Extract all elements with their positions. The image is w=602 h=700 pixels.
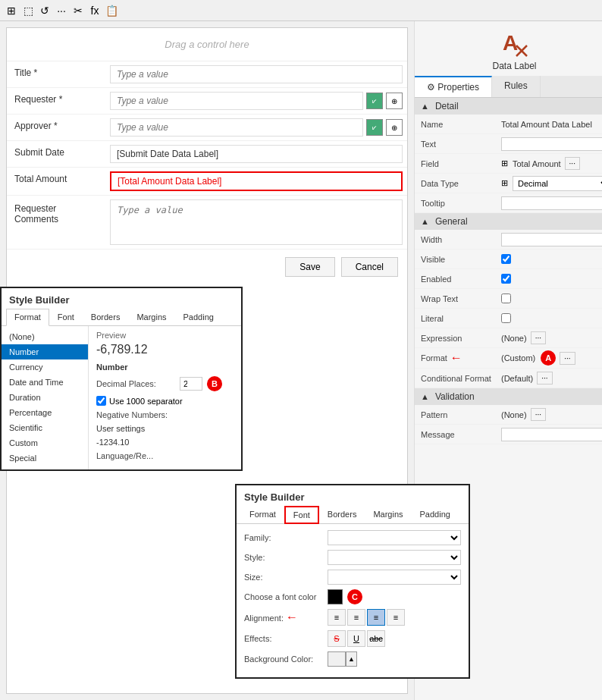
font-color-swatch[interactable] [328, 589, 343, 604]
sb1-item-duration[interactable]: Duration [2, 390, 88, 405]
prop-value-conditional-format: (Default) ··· [498, 370, 602, 386]
datatype-icon: ⊞ [501, 178, 508, 188]
prop-row-text: Text [415, 134, 602, 154]
sb2-family-select[interactable] [328, 530, 461, 545]
total-amount-label[interactable]: [Total Amount Data Label] [110, 171, 403, 191]
form-field-requester: Requester * 🗸 ⊕ [7, 88, 407, 115]
datatype-select[interactable]: Decimal [513, 176, 602, 191]
toolbar-icon-2[interactable]: ⬚ [21, 4, 35, 17]
prop-row-format: Format ← (Custom) A ··· [415, 348, 602, 369]
prop-value-visible [498, 253, 602, 265]
sb1-item-percentage[interactable]: Percentage [2, 405, 88, 420]
title-input[interactable] [110, 65, 403, 83]
form-label-submit-date: Submit Date [7, 141, 105, 164]
sb1-negative-label: Negative Numbers: [96, 410, 180, 419]
toolbar-icon-1[interactable]: ⊞ [5, 4, 18, 17]
align-right-btn[interactable]: ≡ [367, 609, 385, 626]
section-general-header[interactable]: ▲ General [415, 213, 602, 230]
sb1-section-label: Number [96, 363, 234, 372]
cancel-button[interactable]: Cancel [341, 257, 398, 277]
strikethrough2-btn[interactable]: abc [367, 630, 385, 647]
format-ellipsis[interactable]: ··· [560, 352, 575, 365]
prop-value-field: ⊞ Total Amount ··· [498, 155, 602, 171]
enabled-checkbox[interactable] [501, 274, 511, 284]
visible-checkbox[interactable] [501, 254, 511, 264]
alignment-red-arrow: ← [286, 611, 298, 623]
text-input[interactable] [501, 137, 602, 151]
sb1-item-none[interactable]: (None) [2, 329, 88, 344]
tab-properties[interactable]: ⚙ Properties [415, 76, 492, 97]
toolbar-icon-4[interactable]: ··· [55, 4, 68, 17]
sb2-tab-margins[interactable]: Margins [365, 506, 411, 523]
prop-label-field: Field [415, 156, 498, 171]
message-input[interactable] [501, 428, 602, 441]
sb1-negative-row: Negative Numbers: [96, 410, 234, 419]
align-justify-btn[interactable]: ≡ [387, 609, 405, 626]
prop-row-message: Message [415, 425, 602, 444]
sb1-tab-padding[interactable]: Padding [175, 309, 222, 325]
conditional-format-value: (Default) [501, 374, 533, 383]
format-label-text: Format [421, 353, 447, 363]
sb1-tab-margins[interactable]: Margins [128, 309, 174, 325]
prop-value-expression: (None) ··· [498, 330, 602, 346]
approver-input[interactable] [110, 118, 363, 137]
requester-btn-2[interactable]: ⊕ [386, 93, 403, 109]
pattern-ellipsis[interactable]: ··· [531, 408, 546, 421]
sb1-item-custom[interactable]: Custom [2, 435, 88, 450]
sb2-tab-borders[interactable]: Borders [319, 506, 365, 523]
sb1-item-number[interactable]: Number [2, 344, 88, 359]
sb2-alignment-buttons: ≡ ≡ ≡ ≡ [328, 609, 405, 626]
align-center-btn[interactable]: ≡ [347, 609, 365, 626]
style-builder-format: Style Builder Format Font Borders Margin… [0, 287, 243, 471]
sb1-item-currency[interactable]: Currency [2, 359, 88, 375]
literal-checkbox[interactable] [501, 313, 511, 323]
sb1-tab-borders[interactable]: Borders [83, 309, 129, 325]
sb1-item-scientific[interactable]: Scientific [2, 420, 88, 435]
save-button[interactable]: Save [285, 257, 334, 277]
requester-input[interactable] [110, 92, 363, 110]
underline-btn[interactable]: U [347, 630, 365, 647]
approver-btn-1[interactable]: 🗸 [366, 119, 383, 136]
prop-row-name: Name Total Amount Data Label [415, 115, 602, 134]
sb2-style-select[interactable] [328, 550, 461, 565]
section-detail-header[interactable]: ▲ Detail [415, 98, 602, 115]
sb1-separator-checkbox[interactable] [96, 396, 106, 406]
sb1-tab-format[interactable]: Format [6, 309, 49, 326]
approver-btn-2[interactable]: ⊕ [386, 119, 403, 136]
sb2-size-select[interactable] [328, 570, 461, 585]
requester-btn-1[interactable]: 🗸 [366, 93, 383, 109]
prop-label-message: Message [415, 427, 498, 442]
sb1-item-datetime[interactable]: Date and Time [2, 375, 88, 390]
align-left-btn[interactable]: ≡ [328, 609, 346, 626]
tab-rules[interactable]: Rules [492, 76, 541, 97]
sb2-tab-font[interactable]: Font [284, 506, 319, 524]
width-input[interactable] [501, 233, 602, 246]
sb1-item-special[interactable]: Special [2, 450, 88, 466]
tooltip-input[interactable] [501, 196, 602, 210]
toolbar-icon-3[interactable]: ↺ [38, 4, 52, 17]
sb2-tab-format[interactable]: Format [241, 506, 284, 523]
requester-comments-textarea[interactable] [110, 199, 403, 245]
sb1-tab-font[interactable]: Font [49, 309, 83, 325]
expression-ellipsis[interactable]: ··· [531, 331, 546, 344]
field-ellipsis[interactable]: ··· [565, 157, 580, 170]
toolbar-icon-7[interactable]: 📋 [105, 4, 118, 17]
conditional-format-ellipsis[interactable]: ··· [537, 372, 552, 385]
section-validation-label: Validation [435, 391, 475, 402]
bg-color-swatch[interactable] [328, 651, 346, 667]
strikethrough-btn[interactable]: S [328, 630, 346, 647]
prop-row-field: Field ⊞ Total Amount ··· [415, 154, 602, 174]
sb1-preview-label: Preview [96, 331, 234, 340]
toolbar-icon-5[interactable]: ✂ [71, 4, 85, 17]
drag-control-placeholder: Drag a control here [7, 28, 407, 61]
bg-color-picker-btn[interactable]: ▲ [346, 651, 357, 667]
toolbar-icon-6[interactable]: fx [88, 4, 102, 17]
wrap-text-checkbox[interactable] [501, 293, 511, 303]
style-builder-font: Style Builder Format Font Borders Margin… [235, 484, 470, 679]
sb2-color-label: Choose a font color [244, 592, 328, 601]
prop-row-conditional-format: Conditional Format (Default) ··· [415, 369, 602, 388]
data-label-icon: A [500, 29, 530, 59]
sb2-tab-padding[interactable]: Padding [412, 506, 459, 523]
sb1-decimal-input[interactable] [180, 377, 202, 391]
section-validation-header[interactable]: ▲ Validation [415, 388, 602, 405]
